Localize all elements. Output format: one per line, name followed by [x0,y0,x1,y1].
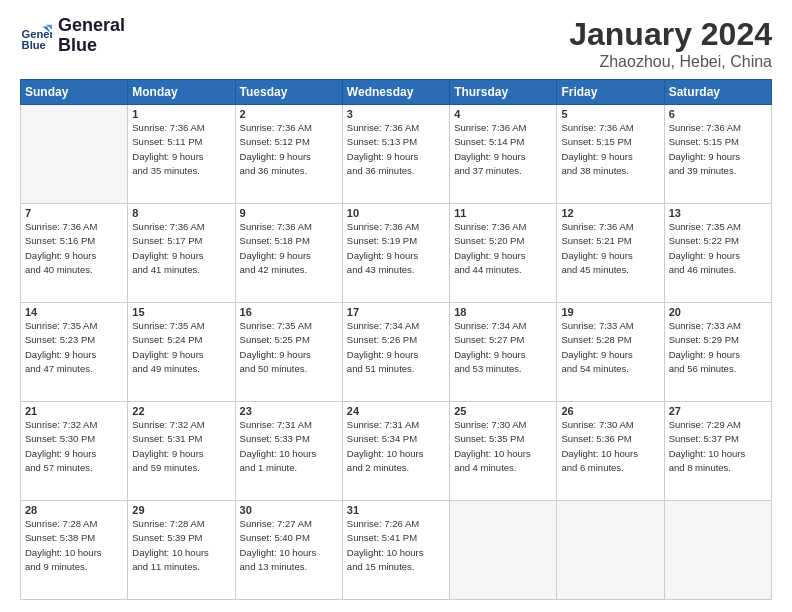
day-number: 11 [454,207,552,219]
day-info-line: Sunset: 5:41 PM [347,531,445,545]
calendar-cell: 14Sunrise: 7:35 AMSunset: 5:23 PMDayligh… [21,303,128,402]
day-info-line: and 47 minutes. [25,362,123,376]
day-info-line: and 45 minutes. [561,263,659,277]
calendar-header-row: Sunday Monday Tuesday Wednesday Thursday… [21,80,772,105]
day-info-line: Sunset: 5:34 PM [347,432,445,446]
calendar-cell: 17Sunrise: 7:34 AMSunset: 5:26 PMDayligh… [342,303,449,402]
col-monday: Monday [128,80,235,105]
day-info-line: Sunset: 5:20 PM [454,234,552,248]
day-number: 17 [347,306,445,318]
day-number: 26 [561,405,659,417]
day-number: 13 [669,207,767,219]
col-tuesday: Tuesday [235,80,342,105]
day-info: Sunrise: 7:31 AMSunset: 5:34 PMDaylight:… [347,418,445,475]
day-info: Sunrise: 7:36 AMSunset: 5:18 PMDaylight:… [240,220,338,277]
calendar-cell: 25Sunrise: 7:30 AMSunset: 5:35 PMDayligh… [450,402,557,501]
day-number: 19 [561,306,659,318]
day-info: Sunrise: 7:36 AMSunset: 5:17 PMDaylight:… [132,220,230,277]
day-info-line: Sunrise: 7:29 AM [669,418,767,432]
day-info-line: Daylight: 9 hours [561,348,659,362]
day-info-line: Sunrise: 7:28 AM [25,517,123,531]
day-info-line: and 53 minutes. [454,362,552,376]
day-info-line: Daylight: 9 hours [347,249,445,263]
day-info-line: Sunrise: 7:31 AM [240,418,338,432]
day-info-line: Sunrise: 7:36 AM [132,220,230,234]
day-info: Sunrise: 7:35 AMSunset: 5:22 PMDaylight:… [669,220,767,277]
day-info: Sunrise: 7:27 AMSunset: 5:40 PMDaylight:… [240,517,338,574]
day-info-line: Sunrise: 7:33 AM [561,319,659,333]
calendar-cell: 9Sunrise: 7:36 AMSunset: 5:18 PMDaylight… [235,204,342,303]
day-number: 16 [240,306,338,318]
day-number: 28 [25,504,123,516]
day-info-line: and 49 minutes. [132,362,230,376]
calendar-cell: 12Sunrise: 7:36 AMSunset: 5:21 PMDayligh… [557,204,664,303]
day-info-line: and 37 minutes. [454,164,552,178]
day-info: Sunrise: 7:36 AMSunset: 5:14 PMDaylight:… [454,121,552,178]
calendar-cell: 3Sunrise: 7:36 AMSunset: 5:13 PMDaylight… [342,105,449,204]
day-info-line: and 50 minutes. [240,362,338,376]
day-number: 4 [454,108,552,120]
day-info: Sunrise: 7:36 AMSunset: 5:12 PMDaylight:… [240,121,338,178]
day-info-line: and 38 minutes. [561,164,659,178]
day-number: 22 [132,405,230,417]
day-info: Sunrise: 7:29 AMSunset: 5:37 PMDaylight:… [669,418,767,475]
calendar-cell: 13Sunrise: 7:35 AMSunset: 5:22 PMDayligh… [664,204,771,303]
calendar-cell: 5Sunrise: 7:36 AMSunset: 5:15 PMDaylight… [557,105,664,204]
day-info-line: Daylight: 9 hours [240,249,338,263]
day-info-line: and 40 minutes. [25,263,123,277]
day-info: Sunrise: 7:36 AMSunset: 5:21 PMDaylight:… [561,220,659,277]
logo-text: General Blue [58,16,125,56]
day-info: Sunrise: 7:26 AMSunset: 5:41 PMDaylight:… [347,517,445,574]
day-info-line: Sunrise: 7:36 AM [240,220,338,234]
day-info-line: and 35 minutes. [132,164,230,178]
calendar-cell [21,105,128,204]
day-info-line: Sunset: 5:11 PM [132,135,230,149]
day-info-line: Daylight: 9 hours [132,249,230,263]
day-info-line: Daylight: 9 hours [454,249,552,263]
day-info: Sunrise: 7:36 AMSunset: 5:11 PMDaylight:… [132,121,230,178]
day-info-line: Daylight: 10 hours [132,546,230,560]
calendar-cell: 8Sunrise: 7:36 AMSunset: 5:17 PMDaylight… [128,204,235,303]
day-info-line: Daylight: 10 hours [240,447,338,461]
day-number: 2 [240,108,338,120]
day-number: 23 [240,405,338,417]
day-info-line: Sunset: 5:15 PM [561,135,659,149]
day-info-line: Daylight: 9 hours [240,150,338,164]
day-info-line: and 57 minutes. [25,461,123,475]
day-info-line: Sunset: 5:38 PM [25,531,123,545]
day-info-line: and 43 minutes. [347,263,445,277]
day-number: 31 [347,504,445,516]
calendar-subtitle: Zhaozhou, Hebei, China [569,53,772,71]
day-info-line: and 41 minutes. [132,263,230,277]
day-info-line: Daylight: 9 hours [132,348,230,362]
day-info-line: Sunrise: 7:28 AM [132,517,230,531]
week-row-0: 1Sunrise: 7:36 AMSunset: 5:11 PMDaylight… [21,105,772,204]
day-info-line: Sunrise: 7:26 AM [347,517,445,531]
day-info-line: Sunset: 5:28 PM [561,333,659,347]
day-info-line: and 36 minutes. [347,164,445,178]
day-info: Sunrise: 7:36 AMSunset: 5:19 PMDaylight:… [347,220,445,277]
day-info-line: Sunset: 5:36 PM [561,432,659,446]
calendar-cell: 7Sunrise: 7:36 AMSunset: 5:16 PMDaylight… [21,204,128,303]
day-info-line: Sunset: 5:37 PM [669,432,767,446]
day-info: Sunrise: 7:36 AMSunset: 5:13 PMDaylight:… [347,121,445,178]
day-info-line: Sunset: 5:26 PM [347,333,445,347]
day-info-line: Daylight: 10 hours [347,447,445,461]
day-info-line: and 11 minutes. [132,560,230,574]
day-info-line: Sunset: 5:24 PM [132,333,230,347]
day-info-line: and 15 minutes. [347,560,445,574]
day-info-line: Sunset: 5:23 PM [25,333,123,347]
day-info-line: and 54 minutes. [561,362,659,376]
day-info: Sunrise: 7:35 AMSunset: 5:23 PMDaylight:… [25,319,123,376]
day-info-line: Sunset: 5:15 PM [669,135,767,149]
calendar-cell: 19Sunrise: 7:33 AMSunset: 5:28 PMDayligh… [557,303,664,402]
day-info: Sunrise: 7:35 AMSunset: 5:25 PMDaylight:… [240,319,338,376]
day-number: 27 [669,405,767,417]
calendar-cell: 10Sunrise: 7:36 AMSunset: 5:19 PMDayligh… [342,204,449,303]
day-info-line: Daylight: 10 hours [347,546,445,560]
day-info-line: Sunrise: 7:33 AM [669,319,767,333]
calendar-cell: 2Sunrise: 7:36 AMSunset: 5:12 PMDaylight… [235,105,342,204]
calendar-cell: 18Sunrise: 7:34 AMSunset: 5:27 PMDayligh… [450,303,557,402]
day-info-line: Sunset: 5:14 PM [454,135,552,149]
calendar-cell: 21Sunrise: 7:32 AMSunset: 5:30 PMDayligh… [21,402,128,501]
